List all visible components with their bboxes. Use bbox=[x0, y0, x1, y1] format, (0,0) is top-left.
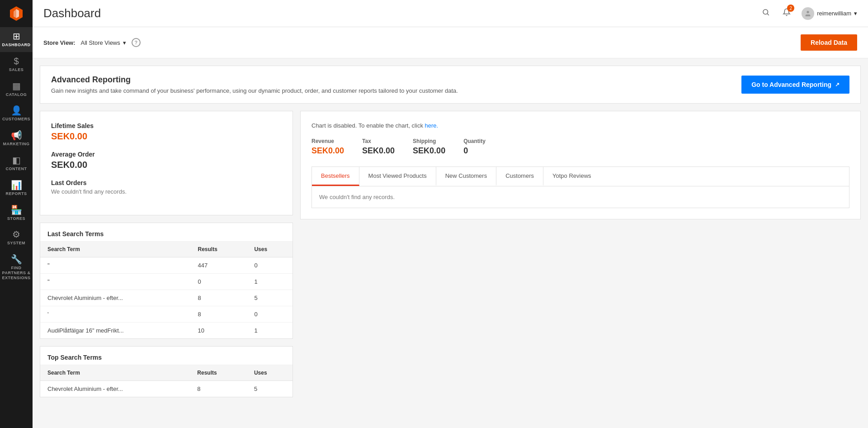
revenue-label: Revenue bbox=[311, 138, 344, 144]
tab-content: We couldn't find any records. bbox=[312, 186, 849, 208]
user-menu[interactable]: reimerwilliam ▾ bbox=[802, 7, 857, 20]
svg-point-5 bbox=[807, 11, 809, 13]
average-order-value: SEK0.00 bbox=[51, 160, 282, 170]
sidebar-item-sales[interactable]: $ SALES bbox=[0, 52, 33, 77]
top-col-term: Search Term bbox=[40, 365, 190, 381]
sidebar-item-extensions-label: FIND PARTNERS & EXTENSIONS bbox=[2, 266, 31, 280]
store-view-chevron: ▾ bbox=[123, 39, 126, 46]
sales-icon: $ bbox=[14, 57, 19, 66]
svg-marker-2 bbox=[16, 9, 19, 18]
shipping-metric: Shipping SEK0.00 bbox=[413, 138, 445, 156]
sidebar-item-stores[interactable]: 🏪 STORES bbox=[0, 201, 33, 226]
tab-yotpo[interactable]: Yotpo Reviews bbox=[543, 167, 600, 186]
notification-count: 2 bbox=[787, 5, 794, 12]
average-order-label: Average Order bbox=[51, 151, 282, 158]
tab-most-viewed[interactable]: Most Viewed Products bbox=[359, 167, 436, 186]
sidebar: ⊞ DASHBOARD $ SALES ▦ CATALOG 👤 CUSTOMER… bbox=[0, 0, 33, 428]
average-order-block: Average Order SEK0.00 bbox=[51, 151, 282, 170]
shipping-value: SEK0.00 bbox=[413, 146, 445, 156]
table-row: "4470 bbox=[40, 257, 292, 274]
chart-disabled-message: Chart is disabled. To enable the chart, … bbox=[311, 122, 849, 129]
results-cell: 10 bbox=[191, 323, 247, 339]
search-term-cell: " bbox=[40, 274, 191, 290]
quantity-label: Quantity bbox=[463, 138, 486, 144]
sidebar-item-marketing-label: MARKETING bbox=[3, 142, 30, 147]
top-col-results: Results bbox=[190, 365, 247, 381]
uses-cell: 1 bbox=[247, 323, 292, 339]
go-advanced-reporting-button[interactable]: Go to Advanced Reporting ↗ bbox=[741, 76, 849, 94]
reload-data-button[interactable]: Reload Data bbox=[801, 34, 857, 51]
results-cell: 8 bbox=[190, 381, 247, 397]
customers-icon: 👤 bbox=[11, 106, 22, 115]
sidebar-item-system-label: SYSTEM bbox=[7, 241, 25, 246]
store-view-select[interactable]: All Store Views ▾ bbox=[81, 39, 126, 46]
advanced-reporting-title: Advanced Reporting bbox=[51, 75, 458, 85]
col-uses: Uses bbox=[247, 242, 292, 257]
last-orders-no-records: We couldn't find any records. bbox=[51, 188, 282, 195]
uses-cell: 1 bbox=[247, 274, 292, 290]
notifications-button[interactable]: 2 bbox=[781, 6, 793, 20]
search-term-cell: Chevrolet Aluminium - efter... bbox=[40, 381, 190, 397]
system-icon: ⚙ bbox=[12, 230, 20, 239]
lifetime-sales-value: SEK0.00 bbox=[51, 131, 282, 142]
quantity-value: 0 bbox=[463, 146, 486, 156]
stats-section: Lifetime Sales SEK0.00 Average Order SEK… bbox=[40, 111, 293, 215]
search-button[interactable] bbox=[760, 6, 772, 20]
last-orders-block: Last Orders We couldn't find any records… bbox=[51, 179, 282, 195]
last-search-terms-section: Last Search Terms Search Term Results Us… bbox=[40, 223, 293, 339]
tab-customers[interactable]: Customers bbox=[496, 167, 543, 186]
col-results: Results bbox=[191, 242, 247, 257]
content-icon: ◧ bbox=[12, 156, 21, 165]
content-panels: Advanced Reporting Gain new insights and… bbox=[33, 66, 868, 412]
sidebar-item-system[interactable]: ⚙ SYSTEM bbox=[0, 225, 33, 250]
search-term-cell: AudiPlåtfälgar 16" medFrikt... bbox=[40, 323, 191, 339]
sidebar-item-customers-label: CUSTOMERS bbox=[2, 117, 30, 122]
tab-bestsellers[interactable]: Bestsellers bbox=[312, 167, 359, 186]
sidebar-item-marketing[interactable]: 📢 MARKETING bbox=[0, 126, 33, 151]
sidebar-item-extensions[interactable]: 🔧 FIND PARTNERS & EXTENSIONS bbox=[0, 250, 33, 285]
header-right: 2 reimerwilliam ▾ bbox=[760, 6, 857, 20]
uses-cell: 5 bbox=[247, 381, 292, 397]
search-term-cell: " bbox=[40, 257, 191, 274]
sidebar-item-dashboard[interactable]: ⊞ DASHBOARD bbox=[0, 27, 33, 52]
right-column: Chart is disabled. To enable the chart, … bbox=[300, 111, 861, 404]
last-search-terms-title: Last Search Terms bbox=[40, 223, 292, 242]
left-column: Lifetime Sales SEK0.00 Average Order SEK… bbox=[40, 111, 293, 404]
lifetime-sales-block: Lifetime Sales SEK0.00 bbox=[51, 122, 282, 142]
uses-cell: 0 bbox=[247, 306, 292, 323]
tab-new-customers[interactable]: New Customers bbox=[436, 167, 496, 186]
results-cell: 8 bbox=[191, 306, 247, 323]
advanced-reporting-section: Advanced Reporting Gain new insights and… bbox=[40, 66, 861, 104]
marketing-icon: 📢 bbox=[11, 131, 22, 140]
store-view-left: Store View: All Store Views ▾ ? bbox=[43, 38, 141, 47]
catalog-icon: ▦ bbox=[12, 81, 21, 90]
table-row: "01 bbox=[40, 274, 292, 290]
sidebar-item-customers[interactable]: 👤 CUSTOMERS bbox=[0, 101, 33, 126]
col-term: Search Term bbox=[40, 242, 191, 257]
top-search-terms-table: Search Term Results Uses Chevrolet Alumi… bbox=[40, 365, 292, 397]
svg-line-4 bbox=[768, 14, 769, 15]
sidebar-logo[interactable] bbox=[0, 0, 33, 27]
search-icon bbox=[762, 8, 770, 16]
sidebar-item-reports[interactable]: 📊 REPORTS bbox=[0, 176, 33, 201]
tax-metric: Tax SEK0.00 bbox=[362, 138, 395, 156]
revenue-value: SEK0.00 bbox=[311, 146, 344, 156]
results-cell: 0 bbox=[191, 274, 247, 290]
external-link-icon: ↗ bbox=[835, 81, 840, 88]
sidebar-item-catalog[interactable]: ▦ CATALOG bbox=[0, 77, 33, 102]
store-view-selected-value: All Store Views bbox=[81, 39, 120, 46]
reports-icon: 📊 bbox=[11, 181, 22, 190]
chart-enable-link[interactable]: here. bbox=[425, 122, 439, 129]
last-search-terms-table: Search Term Results Uses "4470"01Chevrol… bbox=[40, 242, 292, 338]
go-advanced-reporting-label: Go to Advanced Reporting bbox=[751, 81, 831, 88]
revenue-metric: Revenue SEK0.00 bbox=[311, 138, 344, 156]
uses-cell: 5 bbox=[247, 290, 292, 306]
table-row: '80 bbox=[40, 306, 292, 323]
user-name: reimerwilliam bbox=[817, 10, 851, 17]
help-icon[interactable]: ? bbox=[132, 38, 141, 47]
top-col-uses: Uses bbox=[247, 365, 292, 381]
top-header: Dashboard 2 reimerwilliam bbox=[33, 0, 868, 27]
sidebar-item-content[interactable]: ◧ CONTENT bbox=[0, 151, 33, 176]
shipping-label: Shipping bbox=[413, 138, 445, 144]
quantity-metric: Quantity 0 bbox=[463, 138, 486, 156]
